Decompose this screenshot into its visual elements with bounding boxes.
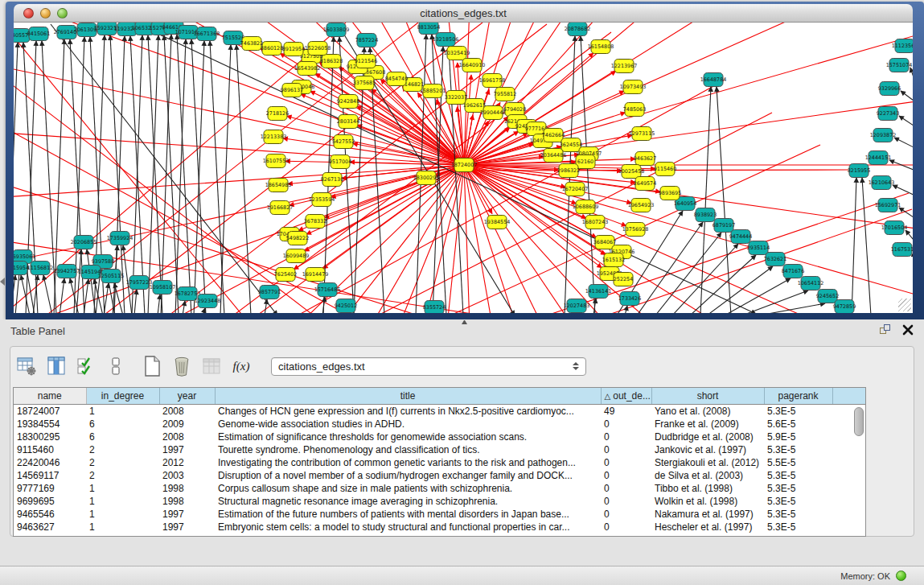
table-cell[interactable]: 19384554 <box>14 418 86 431</box>
table-cell[interactable]: 1998 <box>159 495 215 508</box>
table-cell[interactable]: 1 <box>86 495 159 508</box>
table-cell[interactable]: Nakamura et al. (1997) <box>651 508 764 521</box>
table-row[interactable]: 946362711997Embryonic stem cells: a mode… <box>14 521 865 534</box>
table-cell[interactable]: Changes of HCN gene expression and I(f) … <box>215 404 601 418</box>
show-columns-icon[interactable] <box>45 355 68 377</box>
table-cell[interactable]: 5.6E-5 <box>764 418 832 431</box>
table-cell[interactable]: Jankovic et al. (1997) <box>651 443 764 456</box>
table-cell[interactable]: 1 <box>86 404 159 418</box>
table-cell[interactable]: 5.3E-5 <box>764 404 832 418</box>
function-builder-icon[interactable]: f(x) <box>230 355 253 377</box>
column-header-out_de...[interactable]: △out_de... <box>601 388 651 404</box>
table-cell[interactable]: Tourette syndrome. Phenomenology and cla… <box>215 443 601 456</box>
table-cell[interactable]: Structural magnetic resonance image aver… <box>215 495 601 508</box>
table-cell[interactable]: 9777169 <box>14 482 86 495</box>
table-cell[interactable]: Investigating the contribution of common… <box>215 456 601 469</box>
table-cell[interactable]: 2012 <box>159 456 215 469</box>
table-select-dropdown[interactable]: citations_edges.txt <box>271 357 586 376</box>
table-cell[interactable]: 5.5E-5 <box>764 456 832 469</box>
citation-network-graph[interactable]: 9405575841506127691406206130941592321711… <box>14 23 913 313</box>
table-cell[interactable] <box>832 521 865 534</box>
table-mode-icon[interactable] <box>15 355 38 377</box>
table-cell[interactable]: 9115460 <box>14 443 86 456</box>
table-scrollbar-thumb[interactable] <box>854 407 864 436</box>
table-cell[interactable]: 18724007 <box>14 404 86 418</box>
table-cell[interactable]: Hescheler et al. (1997) <box>651 521 764 534</box>
table-row[interactable]: 911546021997Tourette syndrome. Phenomeno… <box>14 443 865 456</box>
table-cell[interactable]: 2008 <box>159 404 215 418</box>
table-cell[interactable]: 5.3E-5 <box>764 482 832 495</box>
table-cell[interactable]: 5.3E-5 <box>764 521 832 534</box>
table-cell[interactable]: Wolkin et al. (1998) <box>651 495 764 508</box>
table-cell[interactable]: 9465546 <box>14 508 86 521</box>
table-cell[interactable]: 0 <box>601 443 651 456</box>
table-cell[interactable]: 5.3E-5 <box>764 495 832 508</box>
float-panel-icon[interactable] <box>880 324 892 336</box>
table-cell[interactable]: 0 <box>601 521 651 534</box>
table-cell[interactable]: 14569117 <box>14 469 86 482</box>
table-cell[interactable]: 1 <box>86 482 159 495</box>
table-cell[interactable]: 5.9E-5 <box>764 431 832 443</box>
table-cell[interactable]: Genome-wide association studies in ADHD. <box>215 418 601 431</box>
table-cell[interactable]: 9699695 <box>14 495 86 508</box>
table-cell[interactable]: 2003 <box>159 469 215 482</box>
table-cell[interactable]: Corpus callosum shape and size in male p… <box>215 482 601 495</box>
table-row[interactable]: 1872400712008Changes of HCN gene express… <box>14 404 865 418</box>
table-cell[interactable]: 1997 <box>159 521 215 534</box>
table-row[interactable]: 1456911722003Disruption of a novel membe… <box>14 469 865 482</box>
table-cell[interactable] <box>832 456 865 469</box>
table-row[interactable]: 2242004622012Investigating the contribut… <box>14 456 865 469</box>
table-cell[interactable]: de Silva et al. (2003) <box>651 469 764 482</box>
table-cell[interactable] <box>832 482 865 495</box>
table-cell[interactable] <box>832 443 865 456</box>
table-cell[interactable] <box>832 508 865 521</box>
table-cell[interactable]: 49 <box>601 404 651 418</box>
table-cell[interactable]: 18300295 <box>14 431 86 443</box>
table-cell[interactable]: 9463627 <box>14 521 86 534</box>
column-header-year[interactable]: year <box>159 388 215 404</box>
column-header-in_degree[interactable]: in_degree <box>86 388 159 404</box>
window-titlebar[interactable]: citations_edges.txt <box>14 4 913 23</box>
table-cell[interactable]: 22420046 <box>14 456 86 469</box>
table-row[interactable]: 1938455462009Genome-wide association stu… <box>14 418 865 431</box>
row-stack-icon[interactable] <box>105 355 127 377</box>
column-header-short[interactable]: short <box>651 388 764 404</box>
new-document-icon[interactable] <box>141 355 163 377</box>
table-cell[interactable]: 6 <box>86 431 159 443</box>
table-cell[interactable]: 5.3E-5 <box>764 469 832 482</box>
table-cell[interactable]: 0 <box>601 418 651 431</box>
table-cell[interactable]: 2 <box>86 469 159 482</box>
table-cell[interactable]: 6 <box>86 418 159 431</box>
network-canvas[interactable]: 9405575841506127691406206130941592321711… <box>14 23 913 313</box>
table-cell[interactable]: Disruption of a novel member of a sodium… <box>215 469 601 482</box>
column-header-filler[interactable] <box>832 388 865 404</box>
table-cell[interactable]: 0 <box>601 456 651 469</box>
table-cell[interactable]: 5.3E-5 <box>764 508 832 521</box>
table-cell[interactable]: 2009 <box>159 418 215 431</box>
table-cell[interactable]: 2008 <box>159 431 215 443</box>
table-cell[interactable]: 0 <box>601 508 651 521</box>
table-cell[interactable]: Estimation of significance thresholds fo… <box>215 431 601 443</box>
column-header-title[interactable]: title <box>215 388 601 404</box>
column-header-pagerank[interactable]: pagerank <box>764 388 832 404</box>
panel-drag-handle-icon[interactable] <box>462 320 467 324</box>
column-header-name[interactable]: name <box>14 388 86 404</box>
table-cell[interactable]: 2 <box>86 443 159 456</box>
table-cell[interactable]: 0 <box>601 495 651 508</box>
table-cell[interactable]: Tibbo et al. (1998) <box>651 482 764 495</box>
table-cell[interactable]: Franke et al. (2009) <box>651 418 764 431</box>
table-cell[interactable]: Stergiakouli et al. (2012) <box>651 456 764 469</box>
table-cell[interactable]: Dudbridge et al. (2008) <box>651 431 764 443</box>
table-cell[interactable]: Estimation of the future numbers of pati… <box>215 508 601 521</box>
delete-icon[interactable] <box>170 355 193 377</box>
table-row[interactable]: 946554611997Estimation of the future num… <box>14 508 865 521</box>
table-cell[interactable]: Yano et al. (2008) <box>651 404 764 418</box>
table-cell[interactable]: 0 <box>601 482 651 495</box>
table-cell[interactable]: 0 <box>601 431 651 443</box>
table-cell[interactable]: 1 <box>86 508 159 521</box>
table-cell[interactable] <box>832 469 865 482</box>
import-table-icon[interactable] <box>200 355 223 377</box>
table-row[interactable]: 977716911998Corpus callosum shape and si… <box>14 482 865 495</box>
table-cell[interactable]: 1997 <box>159 443 215 456</box>
select-rows-icon[interactable] <box>75 355 97 377</box>
